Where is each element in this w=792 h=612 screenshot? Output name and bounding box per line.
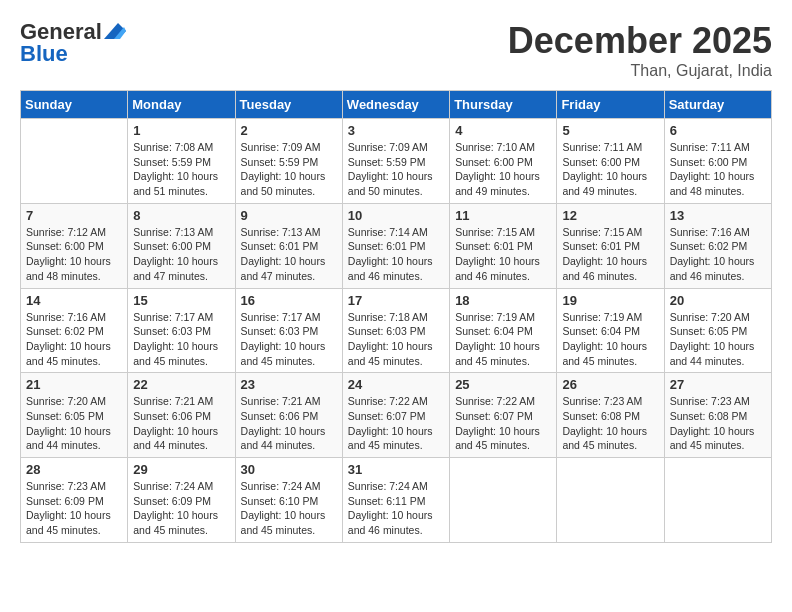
day-cell: 21Sunrise: 7:20 AM Sunset: 6:05 PM Dayli…	[21, 373, 128, 458]
day-number: 16	[241, 293, 337, 308]
day-info: Sunrise: 7:22 AM Sunset: 6:07 PM Dayligh…	[455, 394, 551, 453]
weekday-header-row: SundayMondayTuesdayWednesdayThursdayFrid…	[21, 91, 772, 119]
day-info: Sunrise: 7:15 AM Sunset: 6:01 PM Dayligh…	[455, 225, 551, 284]
day-info: Sunrise: 7:24 AM Sunset: 6:09 PM Dayligh…	[133, 479, 229, 538]
day-number: 29	[133, 462, 229, 477]
day-cell: 8Sunrise: 7:13 AM Sunset: 6:00 PM Daylig…	[128, 203, 235, 288]
day-info: Sunrise: 7:21 AM Sunset: 6:06 PM Dayligh…	[241, 394, 337, 453]
location: Than, Gujarat, India	[508, 62, 772, 80]
day-info: Sunrise: 7:09 AM Sunset: 5:59 PM Dayligh…	[348, 140, 444, 199]
day-cell: 26Sunrise: 7:23 AM Sunset: 6:08 PM Dayli…	[557, 373, 664, 458]
weekday-header-tuesday: Tuesday	[235, 91, 342, 119]
day-number: 18	[455, 293, 551, 308]
day-cell	[21, 119, 128, 204]
week-row-5: 28Sunrise: 7:23 AM Sunset: 6:09 PM Dayli…	[21, 458, 772, 543]
day-cell: 5Sunrise: 7:11 AM Sunset: 6:00 PM Daylig…	[557, 119, 664, 204]
title-block: December 2025 Than, Gujarat, India	[508, 20, 772, 80]
day-cell: 28Sunrise: 7:23 AM Sunset: 6:09 PM Dayli…	[21, 458, 128, 543]
day-cell: 18Sunrise: 7:19 AM Sunset: 6:04 PM Dayli…	[450, 288, 557, 373]
day-info: Sunrise: 7:16 AM Sunset: 6:02 PM Dayligh…	[670, 225, 766, 284]
week-row-3: 14Sunrise: 7:16 AM Sunset: 6:02 PM Dayli…	[21, 288, 772, 373]
day-number: 27	[670, 377, 766, 392]
day-number: 11	[455, 208, 551, 223]
day-info: Sunrise: 7:14 AM Sunset: 6:01 PM Dayligh…	[348, 225, 444, 284]
day-info: Sunrise: 7:21 AM Sunset: 6:06 PM Dayligh…	[133, 394, 229, 453]
week-row-4: 21Sunrise: 7:20 AM Sunset: 6:05 PM Dayli…	[21, 373, 772, 458]
day-number: 10	[348, 208, 444, 223]
day-info: Sunrise: 7:08 AM Sunset: 5:59 PM Dayligh…	[133, 140, 229, 199]
day-cell: 25Sunrise: 7:22 AM Sunset: 6:07 PM Dayli…	[450, 373, 557, 458]
weekday-header-saturday: Saturday	[664, 91, 771, 119]
day-number: 2	[241, 123, 337, 138]
day-cell: 1Sunrise: 7:08 AM Sunset: 5:59 PM Daylig…	[128, 119, 235, 204]
day-info: Sunrise: 7:19 AM Sunset: 6:04 PM Dayligh…	[455, 310, 551, 369]
day-info: Sunrise: 7:11 AM Sunset: 6:00 PM Dayligh…	[670, 140, 766, 199]
day-number: 1	[133, 123, 229, 138]
day-cell: 27Sunrise: 7:23 AM Sunset: 6:08 PM Dayli…	[664, 373, 771, 458]
day-cell: 4Sunrise: 7:10 AM Sunset: 6:00 PM Daylig…	[450, 119, 557, 204]
day-number: 20	[670, 293, 766, 308]
day-cell: 16Sunrise: 7:17 AM Sunset: 6:03 PM Dayli…	[235, 288, 342, 373]
day-info: Sunrise: 7:11 AM Sunset: 6:00 PM Dayligh…	[562, 140, 658, 199]
weekday-header-sunday: Sunday	[21, 91, 128, 119]
day-cell: 13Sunrise: 7:16 AM Sunset: 6:02 PM Dayli…	[664, 203, 771, 288]
day-number: 4	[455, 123, 551, 138]
day-cell: 15Sunrise: 7:17 AM Sunset: 6:03 PM Dayli…	[128, 288, 235, 373]
day-number: 5	[562, 123, 658, 138]
day-number: 26	[562, 377, 658, 392]
day-number: 28	[26, 462, 122, 477]
day-cell: 19Sunrise: 7:19 AM Sunset: 6:04 PM Dayli…	[557, 288, 664, 373]
logo: General Blue	[20, 20, 126, 66]
day-number: 15	[133, 293, 229, 308]
day-cell: 30Sunrise: 7:24 AM Sunset: 6:10 PM Dayli…	[235, 458, 342, 543]
day-number: 3	[348, 123, 444, 138]
day-cell: 23Sunrise: 7:21 AM Sunset: 6:06 PM Dayli…	[235, 373, 342, 458]
month-title: December 2025	[508, 20, 772, 62]
day-cell: 11Sunrise: 7:15 AM Sunset: 6:01 PM Dayli…	[450, 203, 557, 288]
day-info: Sunrise: 7:23 AM Sunset: 6:08 PM Dayligh…	[670, 394, 766, 453]
day-cell: 14Sunrise: 7:16 AM Sunset: 6:02 PM Dayli…	[21, 288, 128, 373]
day-info: Sunrise: 7:18 AM Sunset: 6:03 PM Dayligh…	[348, 310, 444, 369]
day-cell	[450, 458, 557, 543]
day-number: 19	[562, 293, 658, 308]
day-info: Sunrise: 7:20 AM Sunset: 6:05 PM Dayligh…	[670, 310, 766, 369]
day-number: 9	[241, 208, 337, 223]
day-cell: 12Sunrise: 7:15 AM Sunset: 6:01 PM Dayli…	[557, 203, 664, 288]
day-info: Sunrise: 7:12 AM Sunset: 6:00 PM Dayligh…	[26, 225, 122, 284]
day-cell: 20Sunrise: 7:20 AM Sunset: 6:05 PM Dayli…	[664, 288, 771, 373]
day-info: Sunrise: 7:24 AM Sunset: 6:10 PM Dayligh…	[241, 479, 337, 538]
weekday-header-monday: Monday	[128, 91, 235, 119]
weekday-header-thursday: Thursday	[450, 91, 557, 119]
logo-blue-text: Blue	[20, 42, 68, 66]
day-number: 7	[26, 208, 122, 223]
day-cell: 24Sunrise: 7:22 AM Sunset: 6:07 PM Dayli…	[342, 373, 449, 458]
day-number: 23	[241, 377, 337, 392]
day-info: Sunrise: 7:23 AM Sunset: 6:08 PM Dayligh…	[562, 394, 658, 453]
day-info: Sunrise: 7:13 AM Sunset: 6:00 PM Dayligh…	[133, 225, 229, 284]
day-number: 6	[670, 123, 766, 138]
weekday-header-wednesday: Wednesday	[342, 91, 449, 119]
day-cell: 3Sunrise: 7:09 AM Sunset: 5:59 PM Daylig…	[342, 119, 449, 204]
day-info: Sunrise: 7:19 AM Sunset: 6:04 PM Dayligh…	[562, 310, 658, 369]
day-info: Sunrise: 7:23 AM Sunset: 6:09 PM Dayligh…	[26, 479, 122, 538]
week-row-2: 7Sunrise: 7:12 AM Sunset: 6:00 PM Daylig…	[21, 203, 772, 288]
day-number: 8	[133, 208, 229, 223]
day-info: Sunrise: 7:24 AM Sunset: 6:11 PM Dayligh…	[348, 479, 444, 538]
logo-icon	[104, 23, 126, 39]
week-row-1: 1Sunrise: 7:08 AM Sunset: 5:59 PM Daylig…	[21, 119, 772, 204]
day-cell	[664, 458, 771, 543]
day-number: 13	[670, 208, 766, 223]
day-number: 22	[133, 377, 229, 392]
day-info: Sunrise: 7:17 AM Sunset: 6:03 PM Dayligh…	[241, 310, 337, 369]
day-info: Sunrise: 7:09 AM Sunset: 5:59 PM Dayligh…	[241, 140, 337, 199]
day-cell: 7Sunrise: 7:12 AM Sunset: 6:00 PM Daylig…	[21, 203, 128, 288]
day-info: Sunrise: 7:15 AM Sunset: 6:01 PM Dayligh…	[562, 225, 658, 284]
day-cell	[557, 458, 664, 543]
day-cell: 31Sunrise: 7:24 AM Sunset: 6:11 PM Dayli…	[342, 458, 449, 543]
day-cell: 29Sunrise: 7:24 AM Sunset: 6:09 PM Dayli…	[128, 458, 235, 543]
day-info: Sunrise: 7:17 AM Sunset: 6:03 PM Dayligh…	[133, 310, 229, 369]
day-info: Sunrise: 7:16 AM Sunset: 6:02 PM Dayligh…	[26, 310, 122, 369]
day-cell: 6Sunrise: 7:11 AM Sunset: 6:00 PM Daylig…	[664, 119, 771, 204]
day-info: Sunrise: 7:20 AM Sunset: 6:05 PM Dayligh…	[26, 394, 122, 453]
day-info: Sunrise: 7:10 AM Sunset: 6:00 PM Dayligh…	[455, 140, 551, 199]
